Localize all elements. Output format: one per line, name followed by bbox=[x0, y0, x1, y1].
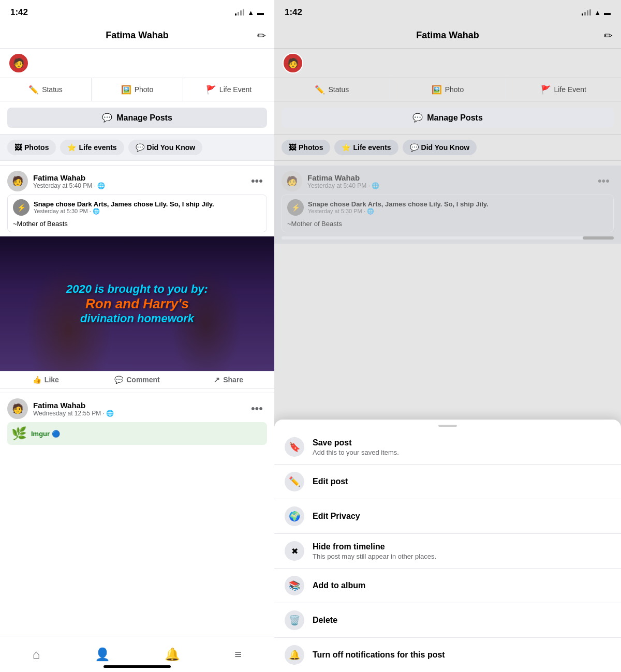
edit-privacy-title: Edit Privacy bbox=[313, 512, 611, 521]
edit-icon-right[interactable]: ✏ bbox=[604, 29, 613, 42]
imgur-preview-left: 🌿 Imgur 🔵 bbox=[7, 422, 267, 445]
nav-profile-left[interactable]: 👤 bbox=[86, 643, 119, 666]
sheet-item-hide-timeline[interactable]: ✖ Hide from timeline This post may still… bbox=[274, 534, 621, 569]
header-title-right: Fatima Wahab bbox=[416, 30, 479, 41]
comment-label: Comment bbox=[126, 376, 160, 384]
nav-menu-left[interactable]: ≡ bbox=[226, 643, 250, 666]
sheet-item-save-post[interactable]: 🔖 Save post Add this to your saved items… bbox=[274, 430, 621, 465]
tab-life-event-left[interactable]: 🚩 Life Event bbox=[183, 78, 274, 101]
filter-life-events-right[interactable]: ⭐ Life events bbox=[334, 140, 398, 155]
status-time-right: 1:42 bbox=[285, 7, 302, 18]
hide-timeline-title: Hide from timeline bbox=[313, 542, 611, 551]
comment-button-left[interactable]: 💬 Comment bbox=[92, 371, 183, 388]
menu-icon: ≡ bbox=[234, 647, 242, 662]
shared-post-caption-left: ~Mother of Beasts bbox=[8, 220, 267, 232]
save-post-content: Save post Add this to your saved items. bbox=[313, 438, 611, 456]
did-you-know-pill-label: Did You Know bbox=[147, 143, 196, 152]
post-card-right: 🧑 Fatima Wahab Yesterday at 5:40 PM · 🌐 … bbox=[274, 165, 621, 244]
status-tab-icon: ✏️ bbox=[28, 85, 39, 95]
notifications-title: Turn off notifications for this post bbox=[313, 650, 611, 660]
add-album-title: Add to album bbox=[313, 581, 611, 590]
tab-status-left[interactable]: ✏️ Status bbox=[0, 78, 92, 101]
tab-life-event-right[interactable]: 🚩 Life Event bbox=[506, 78, 621, 101]
status-tab-label: Status bbox=[42, 85, 63, 94]
post-image-line3: divination homework bbox=[66, 312, 208, 325]
hide-timeline-icon: ✖ bbox=[285, 541, 304, 561]
tab-photo-left[interactable]: 🖼️ Photo bbox=[92, 78, 183, 101]
shared-post-user-left: Snape chose Dark Arts, James chose Lily.… bbox=[34, 200, 261, 208]
nav-home-left[interactable]: ⌂ bbox=[24, 643, 49, 666]
life-event-tab-icon: 🚩 bbox=[206, 85, 216, 95]
photos-pill-icon-right: 🖼 bbox=[289, 143, 296, 152]
manage-posts-label-right: Manage Posts bbox=[427, 113, 483, 123]
sheet-item-edit-privacy[interactable]: 🌍 Edit Privacy bbox=[274, 499, 621, 534]
bottom-sheet: 🔖 Save post Add this to your saved items… bbox=[274, 420, 621, 672]
like-icon: 👍 bbox=[33, 376, 41, 384]
did-you-know-pill-label-right: Did You Know bbox=[421, 143, 470, 152]
post-user-info-left: Fatima Wahab Yesterday at 5:40 PM · 🌐 bbox=[33, 173, 242, 189]
like-label: Like bbox=[45, 376, 59, 384]
left-phone-panel: 1:42 ▲ ▬ Fatima Wahab ✏ 🧑 ✏️ Status 🖼️ P… bbox=[0, 0, 274, 672]
shared-post-info-left: Snape chose Dark Arts, James chose Lily.… bbox=[34, 200, 261, 215]
avatar-right: 🧑 bbox=[283, 53, 303, 73]
sheet-handle bbox=[438, 425, 457, 427]
status-icons-left: ▲ ▬ bbox=[235, 9, 264, 17]
tab-status-right[interactable]: ✏️ Status bbox=[274, 78, 390, 101]
notifications-icon: 🔔 bbox=[285, 645, 304, 665]
save-post-subtitle: Add this to your saved items. bbox=[313, 449, 611, 456]
battery-icon: ▬ bbox=[257, 9, 264, 17]
post-meta-2-left: Wednesday at 12:55 PM · 🌐 bbox=[33, 410, 242, 417]
right-phone-panel: 1:42 ▲ ▬ Fatima Wahab ✏ 🧑 ✏️ Status 🖼️ P… bbox=[274, 0, 621, 672]
share-label: Share bbox=[223, 376, 243, 384]
post-username-right: Fatima Wahab bbox=[307, 173, 588, 182]
wifi-icon: ▲ bbox=[247, 9, 254, 17]
sheet-item-turn-off-notifications[interactable]: 🔔 Turn off notifications for this post bbox=[274, 638, 621, 672]
post-more-button-2-left[interactable]: ••• bbox=[247, 401, 267, 416]
shared-post-header-left: ⚡ Snape chose Dark Arts, James chose Lil… bbox=[8, 195, 267, 220]
manage-posts-button-left[interactable]: 💬 Manage Posts bbox=[7, 108, 267, 128]
shared-post-caption-right: ~Mother of Beasts bbox=[282, 220, 613, 232]
nav-notifications-left[interactable]: 🔔 bbox=[156, 643, 188, 666]
notifications-content: Turn off notifications for this post bbox=[313, 650, 611, 660]
photos-pill-icon: 🖼 bbox=[14, 143, 22, 152]
filter-life-events-left[interactable]: ⭐ Life events bbox=[60, 140, 124, 155]
sheet-item-edit-post[interactable]: ✏️ Edit post bbox=[274, 465, 621, 499]
filter-did-you-know-left[interactable]: 💬 Did You Know bbox=[128, 140, 203, 155]
battery-icon-right: ▬ bbox=[604, 9, 611, 17]
header-left: Fatima Wahab ✏ bbox=[0, 23, 274, 49]
signal-icon bbox=[235, 9, 244, 16]
manage-posts-button-right[interactable]: 💬 Manage Posts bbox=[282, 108, 614, 128]
shared-post-info-right: Snape chose Dark Arts, James chose Lily.… bbox=[308, 200, 608, 215]
add-album-icon: 📚 bbox=[285, 576, 304, 595]
shared-post-meta-left: Yesterday at 5:30 PM · 🌐 bbox=[34, 208, 261, 215]
add-album-content: Add to album bbox=[313, 581, 611, 590]
photos-pill-label-right: Photos bbox=[299, 143, 323, 152]
delete-icon: 🗑️ bbox=[285, 610, 304, 630]
action-tabs-left: ✏️ Status 🖼️ Photo 🚩 Life Event bbox=[0, 78, 274, 101]
edit-icon-left[interactable]: ✏ bbox=[257, 29, 266, 42]
life-events-pill-icon: ⭐ bbox=[67, 143, 76, 152]
sheet-item-delete[interactable]: 🗑️ Delete bbox=[274, 603, 621, 638]
shared-avatar-left: ⚡ bbox=[13, 199, 29, 216]
like-button-left[interactable]: 👍 Like bbox=[0, 371, 92, 388]
filter-photos-right[interactable]: 🖼 Photos bbox=[282, 140, 330, 155]
post-more-button-left[interactable]: ••• bbox=[247, 173, 267, 189]
photo-tab-icon: 🖼️ bbox=[121, 85, 131, 95]
edit-post-title: Edit post bbox=[313, 477, 611, 486]
tab-photo-right[interactable]: 🖼️ Photo bbox=[390, 78, 506, 101]
post-avatar-right: 🧑 bbox=[282, 171, 302, 191]
filter-photos-left[interactable]: 🖼 Photos bbox=[7, 140, 56, 155]
post-meta-left: Yesterday at 5:40 PM · 🌐 bbox=[33, 182, 242, 189]
life-event-tab-label: Life Event bbox=[219, 85, 252, 94]
life-events-pill-icon-right: ⭐ bbox=[342, 143, 350, 152]
post-header-2-left: 🧑 Fatima Wahab Wednesday at 12:55 PM · 🌐… bbox=[0, 393, 274, 422]
share-button-left[interactable]: ↗ Share bbox=[183, 371, 274, 388]
avatar-left: 🧑 bbox=[8, 53, 29, 73]
post-header-left: 🧑 Fatima Wahab Yesterday at 5:40 PM · 🌐 … bbox=[0, 166, 274, 195]
save-post-icon: 🔖 bbox=[285, 437, 304, 457]
sheet-item-add-album[interactable]: 📚 Add to album bbox=[274, 569, 621, 603]
post-image-line1: 2020 is brought to you by: bbox=[66, 282, 208, 296]
post-more-button-right[interactable]: ••• bbox=[594, 173, 614, 189]
filter-did-you-know-right[interactable]: 💬 Did You Know bbox=[403, 140, 477, 155]
scroll-indicator bbox=[282, 236, 614, 240]
